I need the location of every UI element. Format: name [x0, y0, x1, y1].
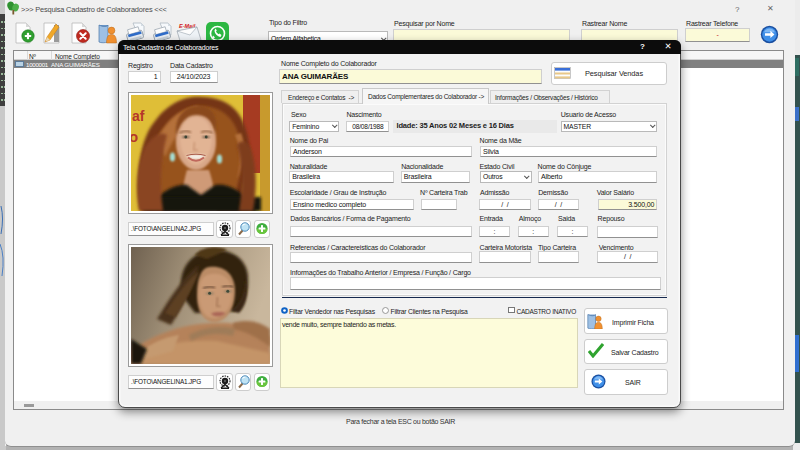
svg-text:af: af — [132, 108, 145, 124]
svg-text:o: o — [131, 128, 138, 145]
